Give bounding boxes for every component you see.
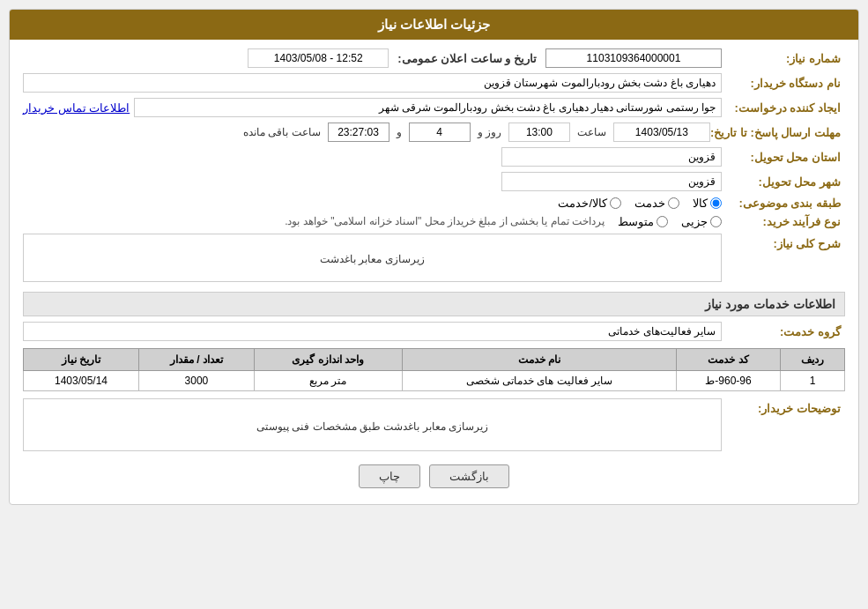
buyer-notes-textarea[interactable] [23, 398, 722, 451]
main-card: جزئیات اطلاعات نیاز شماره نیاز: 11031093… [9, 9, 859, 505]
buyer-org-value: دهیاری باغ دشت بخش رودبارالموت شهرستان ق… [23, 73, 722, 93]
card-header: جزئیات اطلاعات نیاز [10, 10, 858, 40]
creator-label: ایجاد کننده درخواست: [722, 101, 845, 115]
purchase-type-row: نوع فرآیند خرید: جزیی متوسط [23, 215, 845, 228]
response-date: 1403/05/13 [613, 123, 710, 142]
response-time: 13:00 [508, 123, 570, 142]
col-row: ردیف [780, 349, 844, 371]
table-cell: 960-96-ط [677, 371, 781, 391]
table-cell: 1 [780, 371, 844, 391]
need-number-value: 1103109364000001 [545, 48, 722, 68]
need-description-row: شرح کلی نیاز: زیرسازی معابر باغدشت [23, 234, 845, 285]
services-table: ردیف کد خدمت نام خدمت واحد اندازه گیری ت… [23, 348, 845, 391]
purchase-type-label-jozii: جزیی [681, 215, 708, 228]
table-cell: 3000 [139, 371, 255, 391]
category-radio-group: کالا خدمت کالا/خدمت [23, 197, 722, 210]
category-label-kala: کالا [693, 197, 708, 210]
purchase-type-label: نوع فرآیند خرید: [722, 215, 845, 228]
purchase-type-radio-motavaset[interactable] [657, 216, 668, 227]
need-number-label: شماره نیاز: [722, 52, 845, 65]
buyer-org-label: نام دستگاه خریدار: [722, 77, 845, 90]
category-radio-kala-khedmat[interactable] [610, 197, 621, 209]
services-table-section: ردیف کد خدمت نام خدمت واحد اندازه گیری ت… [23, 348, 845, 391]
creator-value: جوا رستمی شورستانی دهیار دهیاری باغ دشت … [134, 98, 722, 117]
province-value: قزوین [501, 147, 722, 167]
print-button[interactable]: چاپ [359, 464, 420, 488]
deadline-label: مهلت ارسال پاسخ: تا تاریخ: [710, 126, 845, 139]
col-quantity: تعداد / مقدار [139, 349, 255, 371]
response-days: 4 [409, 123, 471, 142]
response-day-label: روز و [478, 126, 501, 138]
service-group-label: گروه خدمت: [722, 325, 845, 338]
creator-contact-link[interactable]: اطلاعات تماس خریدار [23, 101, 130, 115]
table-cell: 1403/05/14 [24, 371, 139, 391]
category-label-kala-khedmat: کالا/خدمت [558, 197, 607, 210]
table-cell: سایر فعالیت های خدماتی شخصی [402, 371, 677, 391]
buyer-notes-label: توضیحات خریدار: [722, 398, 845, 415]
deadline-row: مهلت ارسال پاسخ: تا تاریخ: 1403/05/13 سا… [23, 123, 845, 142]
category-option-kala: کالا [693, 197, 722, 210]
services-header-text: اطلاعات خدمات مورد نیاز [705, 297, 835, 311]
category-option-khedmat: خدمت [634, 197, 679, 210]
buyer-notes-row: توضیحات خریدار: زیرسازی معابر باغدشت طبق… [23, 398, 845, 454]
page-wrapper: جزئیات اطلاعات نیاز شماره نیاز: 11031093… [0, 0, 868, 609]
countdown-separator: و [397, 126, 402, 138]
category-option-kala-khedmat: کالا/خدمت [558, 197, 621, 210]
remaining-label: ساعت باقی مانده [243, 126, 321, 138]
purchase-type-radio-jozii[interactable] [710, 216, 722, 227]
table-row: 1960-96-طسایر فعالیت های خدماتی شخصیمتر … [24, 371, 845, 391]
category-label-khedmat: خدمت [634, 197, 665, 210]
announcement-value: 1403/05/08 - 12:52 [248, 48, 389, 68]
category-radio-khedmat[interactable] [668, 197, 679, 209]
response-countdown: 23:27:03 [328, 123, 389, 142]
purchase-type-note: پرداخت تمام یا بخشی از مبلغ خریداز محل "… [285, 215, 605, 227]
col-unit: واحد اندازه گیری [254, 349, 402, 371]
col-date: تاریخ نیاز [24, 349, 139, 371]
card-body: شماره نیاز: 1103109364000001 تاریخ و ساع… [10, 40, 858, 504]
col-code: کد خدمت [677, 349, 781, 371]
announcement-label: تاریخ و ساعت اعلان عمومی: [397, 52, 537, 65]
city-row: شهر محل تحویل: قزوین [23, 172, 845, 191]
service-group-row: گروه خدمت: سایر فعالیت‌های خدماتی [23, 322, 845, 341]
purchase-type-jozii: جزیی [681, 215, 722, 228]
creator-row: ایجاد کننده درخواست: جوا رستمی شورستانی … [23, 98, 845, 117]
timer-row: 1403/05/13 ساعت 13:00 روز و 4 و 23:27:03… [23, 123, 710, 142]
province-label: استان محل تحویل: [722, 151, 845, 164]
services-section-header: اطلاعات خدمات مورد نیاز [23, 292, 845, 316]
province-row: استان محل تحویل: قزوین [23, 147, 845, 167]
table-cell: متر مربع [254, 371, 402, 391]
buyer-org-row: نام دستگاه خریدار: دهیاری باغ دشت بخش رو… [23, 73, 845, 93]
need-description-label: شرح کلی نیاز: [722, 234, 845, 250]
buttons-row: بازگشت چاپ [23, 464, 845, 488]
need-number-row: شماره نیاز: 1103109364000001 تاریخ و ساع… [23, 48, 845, 68]
purchase-type-label-motavaset: متوسط [618, 215, 654, 228]
service-group-value: سایر فعالیت‌های خدماتی [23, 322, 722, 341]
purchase-type-motavaset: متوسط [618, 215, 668, 228]
category-radio-kala[interactable] [710, 197, 722, 209]
city-value: قزوین [501, 172, 722, 191]
city-label: شهر محل تحویل: [722, 175, 845, 189]
purchase-type-radio-group: جزیی متوسط [618, 215, 722, 228]
col-name: نام خدمت [402, 349, 677, 371]
response-time-label: ساعت [577, 126, 606, 138]
page-title: جزئیات اطلاعات نیاز [378, 17, 490, 32]
back-button[interactable]: بازگشت [429, 464, 509, 488]
category-label: طبقه بندی موضوعی: [722, 197, 845, 210]
category-row: طبقه بندی موضوعی: کالا خدمت [23, 197, 845, 210]
need-description-textarea[interactable] [23, 234, 722, 282]
